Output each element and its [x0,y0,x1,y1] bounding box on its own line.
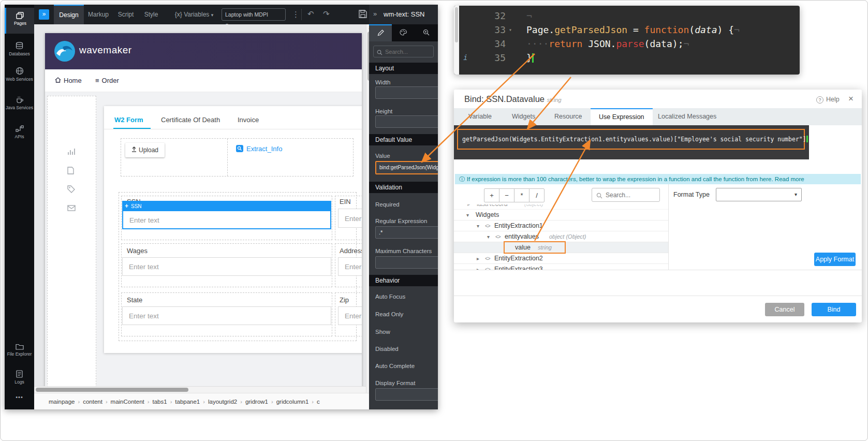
tab-variable[interactable]: Variable [460,108,500,125]
multiply-operator-button[interactable]: * [514,188,529,202]
breadcrumb-item[interactable]: tabpane1 [175,399,200,405]
code-token: ) { [717,24,734,35]
editor-scrollbar[interactable] [454,6,459,75]
tab-style[interactable]: Style [139,5,164,24]
pilcrow-mark: ¬ [683,38,689,49]
minus-operator-button[interactable]: − [499,188,514,202]
nav-item-order[interactable]: ≡Order [95,69,119,92]
editor-scrollbar-thumb[interactable] [455,7,458,42]
state-input[interactable]: Enter text [122,306,331,325]
read-more-link[interactable]: Read more [775,176,804,182]
properties-search-input[interactable] [385,47,432,56]
displayformat-input[interactable] [375,388,438,401]
disabled-label: Disabled [375,346,399,352]
breadcrumb-item[interactable]: layoutgrid2 [208,399,237,405]
tab-invoice[interactable]: Invoice [238,112,259,128]
height-input[interactable] [375,115,438,128]
tree-row-entityextraction2[interactable]: ▸ <> EntityExtraction2 [454,253,668,264]
regex-input[interactable]: .* [375,226,438,239]
upload-button[interactable]: Upload [125,143,165,157]
horizontal-scrollbar-thumb[interactable] [36,388,188,392]
tree-search[interactable] [592,188,660,202]
tree-row-value[interactable]: value string [454,242,668,253]
tab-design[interactable]: Design [54,5,84,24]
tab-localized-messages[interactable]: Localized Messages [650,108,725,125]
properties-search[interactable] [373,46,434,57]
info-gutter-icon: i [463,51,467,65]
bind-button[interactable]: Bind [812,303,856,316]
fold-icon[interactable]: ▾ [509,23,512,37]
expression-value: getParsedJson(Widgets.EntityExtraction1.… [462,136,806,143]
save-icon[interactable] [358,9,367,21]
format-type-select[interactable]: ▾ [716,188,802,201]
tab-styles[interactable] [392,24,415,41]
extract-info-link[interactable]: Extract_Info [236,144,282,153]
sidebar-more-button[interactable]: ••• [5,394,34,404]
tab-zoom[interactable] [415,24,437,41]
tab-script[interactable]: Script [113,5,139,24]
sidebar-item-file-explorer[interactable]: File Explorer [5,340,34,364]
selected-widget-chip[interactable]: +SSN [122,201,331,210]
sidebar-item-logs[interactable]: Logs [5,367,34,389]
horizontal-scrollbar[interactable] [34,386,366,393]
apply-format-button[interactable]: Apply Format [814,253,856,266]
zip-input[interactable]: Enter text [338,306,362,325]
plus-operator-button[interactable]: + [484,188,499,202]
tree-row-lastrecord[interactable]: ▸ lastRecord (object) [454,204,668,210]
mail-icon[interactable] [67,204,76,213]
breadcrumb-item[interactable]: tabs1 [152,399,167,405]
address-input[interactable]: Enter text [338,257,362,276]
expand-panel-icon[interactable]: » [373,10,377,18]
line-number: 34 [475,37,506,51]
tab-widgets[interactable]: Widgets [504,108,543,125]
maxchars-input[interactable] [375,256,438,269]
tree-search-input[interactable] [606,189,656,200]
ssn-input[interactable]: Enter text [122,210,331,229]
tab-resource[interactable]: Resource [546,108,591,125]
redo-icon[interactable]: ↷ [323,9,330,19]
variables-menu[interactable]: {x} Variables ▾ [171,5,217,24]
close-icon[interactable]: × [848,94,854,104]
sidebar-item-apis[interactable]: APIs [5,122,34,144]
device-selector[interactable]: Laptop with MDPI Screen ▾ [222,8,286,21]
ein-input[interactable]: Enter text [338,209,362,228]
tab-use-expression[interactable]: Use Expression [591,108,653,125]
value-bind-input[interactable]: bind:getParsedJson(Widgets.Ent [375,161,438,174]
breadcrumb-item[interactable]: content [83,399,102,405]
undo-icon[interactable]: ↶ [307,9,314,19]
sidebar-item-web-services[interactable]: Web Services [5,64,34,91]
tree-row-widgets[interactable]: ▾ Widgets [454,210,668,220]
kebab-menu-icon[interactable]: ⋮ [292,10,300,19]
tag-icon[interactable] [67,185,75,195]
bar-chart-icon[interactable] [67,148,76,157]
cancel-button[interactable]: Cancel [765,303,804,316]
code-tag-icon: <> [485,220,490,231]
cell-divider [227,139,228,176]
sidebar-item-pages[interactable]: Pages [5,8,34,34]
tab-certificate-of-death[interactable]: Certificate Of Death [161,112,220,128]
tree-row-entityextraction3[interactable]: ▸ <> EntityExtraction3 [454,264,668,270]
divide-operator-button[interactable]: / [529,188,545,202]
tab-properties[interactable] [369,24,392,41]
expression-editor[interactable]: getParsedJson(Widgets.EntityExtraction1.… [454,125,809,159]
sidebar-item-java-services[interactable]: Java Services [5,93,34,120]
tab-w2-form[interactable]: W2 Form [114,112,143,128]
tree-row-entityextraction1[interactable]: ▾ <> EntityExtraction1 [454,220,668,231]
help-button[interactable]: ?Help [816,96,840,104]
width-input[interactable] [375,86,438,99]
collapse-panel-button[interactable]: » [39,9,49,20]
placeholder-text: Enter text [345,263,362,271]
tab-markup[interactable]: Markup [84,5,113,24]
breadcrumb-item[interactable]: c [317,399,320,405]
document-icon[interactable] [67,167,74,177]
code-token: = [627,24,644,35]
breadcrumb-item[interactable]: mainContent [111,399,144,405]
tree-node-type: (object) [524,204,543,210]
breadcrumb-item[interactable]: gridcolumn1 [276,399,309,405]
nav-item-home[interactable]: Home [55,69,82,92]
breadcrumb-item[interactable]: mainpage [49,399,75,405]
sidebar-item-databases[interactable]: Databases [5,39,34,62]
breadcrumb-item[interactable]: gridrow1 [245,399,268,405]
wages-input[interactable]: Enter text [122,257,331,276]
tree-row-entityvalues[interactable]: ▾ <> entityvalues object (Object) [454,231,668,242]
